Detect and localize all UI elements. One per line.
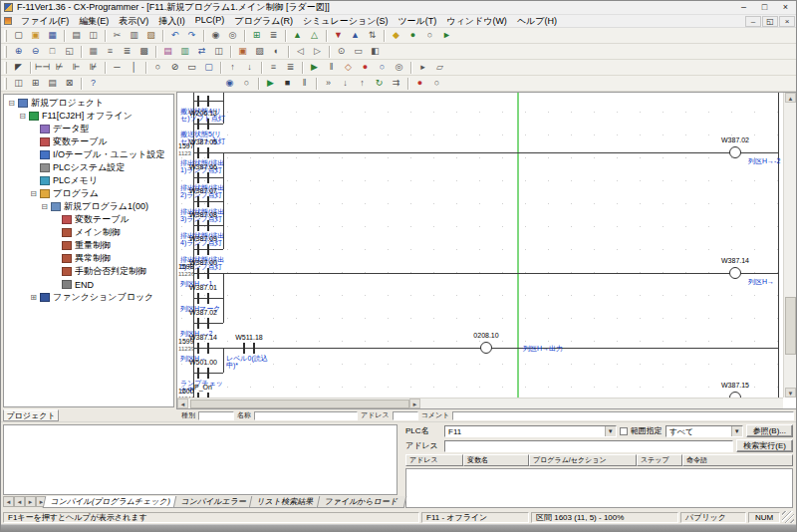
edit-comment-button[interactable]: ≡ — [265, 61, 282, 75]
arrange-icons-button[interactable]: ▤ — [44, 77, 61, 91]
scan-run-button[interactable]: ⇉ — [388, 77, 404, 91]
scroll-left-icon[interactable]: ◄ — [177, 399, 188, 408]
maximize-button[interactable]: □ — [754, 1, 775, 14]
close-all-button[interactable]: ⊠ — [61, 77, 78, 91]
tab-scroll-icon[interactable]: ► — [25, 496, 36, 507]
tree-item-END[interactable]: END — [4, 278, 173, 291]
tree-item-変数テーブル[interactable]: 変数テーブル — [4, 135, 173, 148]
column-header-ステップ[interactable]: ステップ — [637, 454, 682, 466]
memory-view-button[interactable]: ▨ — [251, 45, 268, 59]
address-reference-button[interactable]: ◫ — [210, 45, 227, 59]
plc-name-combo[interactable]: F11▼ — [444, 425, 617, 437]
tree-expander-icon[interactable]: ⊞ — [29, 293, 38, 302]
horizontal-line-button[interactable]: ─ — [109, 61, 126, 75]
tree-item-F11[CJ2H] オフライン[interactable]: ⊟F11[CJ2H] オフライン — [4, 110, 173, 123]
new-contact-button[interactable]: ⊢⊣ — [34, 61, 51, 75]
menu-item-プログラム(R)[interactable]: プログラム(R) — [229, 15, 298, 28]
new-or-contact-button[interactable]: ⊩ — [68, 61, 85, 75]
column-header-プログラム/セクション[interactable]: プログラム/セクション — [529, 454, 637, 466]
tree-item-異常制御[interactable]: 異常制御 — [4, 252, 173, 265]
pause-simulation-button[interactable]: ‖ — [296, 77, 313, 91]
set-value-button[interactable]: ▸ — [414, 61, 431, 75]
output-window-button[interactable]: ▭ — [350, 45, 367, 59]
tree-item-変数テーブル[interactable]: 変数テーブル — [4, 213, 173, 226]
menu-item-ツール(T)[interactable]: ツール(T) — [393, 15, 441, 28]
compare-with-plc-button[interactable]: ⇅ — [364, 29, 381, 43]
tree-expander-icon[interactable]: ⊟ — [18, 112, 27, 121]
zoom-100-button[interactable]: □ — [44, 45, 61, 59]
close-button[interactable]: × — [775, 1, 796, 14]
output-tab-リスト検索結果[interactable]: リスト検索結果 — [249, 496, 322, 508]
column-header-アドレス[interactable]: アドレス — [405, 454, 463, 466]
tree-item-I/Oテーブル・ユニット設定[interactable]: I/Oテーブル・ユニット設定 — [4, 148, 173, 161]
range-checkbox[interactable] — [620, 427, 628, 435]
force-off-button[interactable]: ○ — [374, 61, 391, 75]
menu-item-ウィンドウ(W)[interactable]: ウィンドウ(W) — [441, 15, 512, 28]
redo-button[interactable]: ↷ — [183, 29, 200, 43]
menu-item-表示(V)[interactable]: 表示(V) — [114, 15, 153, 28]
step-out-button[interactable]: ↑ — [354, 77, 371, 91]
tree-item-PLCシステム設定[interactable]: PLCシステム設定 — [4, 161, 173, 174]
transfer-to-plc-button[interactable]: ▼ — [330, 29, 347, 43]
toolbar-handle[interactable] — [4, 46, 7, 58]
print-button[interactable]: ▤ — [68, 29, 85, 43]
output-tab-コンパイル(プログラムチェック)[interactable]: コンパイル(プログラムチェック) — [43, 496, 179, 508]
copy-button[interactable]: ▥ — [126, 29, 142, 43]
differentiate-up-button[interactable]: ↑ — [224, 61, 241, 75]
ladder-canvas[interactable]: W206.10搬送状態4(リセ)ソフト点灯W206.13搬送状態5(リセ)ソフト… — [177, 93, 783, 398]
step-in-button[interactable]: ↓ — [337, 77, 354, 91]
previous-section-button[interactable]: ◁ — [292, 45, 309, 59]
output-content[interactable] — [3, 424, 398, 495]
tree-expander-icon[interactable]: ⊟ — [7, 99, 16, 108]
cross-reference-button[interactable]: ⇄ — [193, 45, 210, 59]
cascade-windows-button[interactable]: ◫ — [10, 77, 27, 91]
compile-button[interactable]: ▲ — [289, 29, 306, 43]
scroll-right-icon[interactable]: ► — [409, 399, 420, 408]
tab-scroll-icon[interactable]: ◄ — [3, 496, 14, 507]
tree-item-メイン制御[interactable]: メイン制御 — [4, 226, 173, 239]
undo-button[interactable]: ↶ — [166, 29, 183, 43]
menu-item-ヘルプ(H)[interactable]: ヘルプ(H) — [512, 15, 562, 28]
menu-item-PLC(P)[interactable]: PLC(P) — [190, 15, 230, 28]
clear-breakpoints-button[interactable]: ○ — [428, 77, 445, 91]
set-breakpoint-button[interactable]: ● — [411, 77, 428, 91]
continuous-step-button[interactable]: ↻ — [371, 77, 388, 91]
data-trace-button[interactable]: ◐ — [268, 45, 285, 59]
select-mode-button[interactable]: ◤ — [10, 61, 27, 75]
tree-item-PLCメモリ[interactable]: PLCメモリ — [4, 174, 173, 187]
column-header-変数名[interactable]: 変数名 — [463, 454, 529, 466]
new-plc-button[interactable]: ⊞ — [248, 29, 265, 43]
run-simulation-button[interactable]: ▶ — [262, 77, 279, 91]
online-edit-button[interactable]: ▱ — [431, 61, 448, 75]
open-project-button[interactable]: ▣ — [27, 29, 44, 43]
show-rung-annotation-button[interactable]: ≣ — [119, 45, 135, 59]
column-header-命令語[interactable]: 命令語 — [682, 454, 793, 466]
program-mode-button[interactable]: ○ — [421, 29, 438, 43]
help-topics-button[interactable]: ? — [85, 77, 102, 91]
tree-item-ファンクションブロック[interactable]: ⊞ファンクションブロック — [4, 291, 173, 304]
show-grid-button[interactable]: ▦ — [85, 45, 102, 59]
results-list[interactable] — [405, 468, 793, 508]
transfer-from-plc-button[interactable]: ▲ — [347, 29, 364, 43]
paste-button[interactable]: ▧ — [142, 29, 159, 43]
work-online-button[interactable]: ◆ — [388, 29, 404, 43]
scroll-up-icon[interactable]: ▲ — [785, 93, 796, 103]
browse-button[interactable]: 参照(B)... — [746, 424, 793, 437]
force-cancel-button[interactable]: ◎ — [391, 61, 407, 75]
horizontal-scroll-thumb[interactable] — [190, 399, 409, 408]
menu-item-挿入(I)[interactable]: 挿入(I) — [153, 15, 190, 28]
menu-item-シミュレーション(S)[interactable]: シミュレーション(S) — [298, 15, 393, 28]
zoom-fit-button[interactable]: ◱ — [61, 45, 78, 59]
show-monitor-data-button[interactable]: ▩ — [135, 45, 152, 59]
replace-button[interactable]: ◎ — [224, 29, 241, 43]
run-mode-button[interactable]: ► — [438, 29, 455, 43]
find-button[interactable]: ◉ — [207, 29, 224, 43]
properties-button[interactable]: ≣ — [265, 29, 282, 43]
tree-expander-icon[interactable]: ⊟ — [40, 202, 49, 211]
stop-simulation-button[interactable]: ■ — [279, 77, 296, 91]
symbol-table-button[interactable]: ▤ — [159, 45, 176, 59]
tab-scroll-icon[interactable]: ◄ — [14, 496, 25, 507]
save-project-button[interactable]: ▦ — [44, 29, 61, 43]
vertical-line-button[interactable]: │ — [126, 61, 142, 75]
minimize-button[interactable]: – — [733, 1, 754, 14]
